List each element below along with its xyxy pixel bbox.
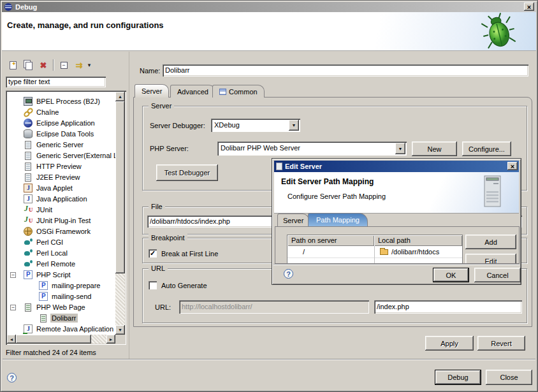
php-script-icon [24,270,33,279]
cancel-button[interactable]: Cancel [474,268,521,282]
bug-icon [479,10,518,52]
path-mapping-table[interactable]: Path on server Local path / /dolibarr/ht… [287,235,463,264]
chain-icon [24,108,33,117]
scroll-right-button[interactable]: ► [106,335,115,344]
scrollbar-corner [115,335,125,344]
auto-generate-checkbox[interactable] [149,281,157,289]
collapse-all-button[interactable]: − [57,59,71,71]
tree-item-http-preview[interactable]: HTTP Preview [7,161,115,172]
tree-item-junit-plugin-test[interactable]: JUnit Plug-in Test [7,215,115,226]
tree-item-mailing-prepare[interactable]: mailing-prepare [7,280,115,291]
help-button[interactable]: ? [7,373,17,382]
dialog-titlebar[interactable]: Edit Server × [274,161,519,172]
tree-item-java-application[interactable]: Java Application [7,194,115,205]
filter-input[interactable]: type filter text [6,76,106,87]
tab-server[interactable]: Server [134,84,169,98]
perl-camel-icon [24,238,33,247]
panel-divider[interactable] [129,52,129,359]
table-row[interactable]: /dolibarr/htdocs [375,246,462,258]
new-config-icon: ✦ [10,61,17,69]
close-button[interactable]: Close [486,370,532,385]
tab-common[interactable]: Common [212,85,265,98]
junit-icon [24,205,33,214]
perl-camel-icon [24,259,33,268]
php-server-select[interactable]: Dolibarr PHP Web Server ▼ [217,142,407,156]
column-header-local-path[interactable]: Local path [374,235,462,246]
tree-item-remote-java-application[interactable]: Remote Java Application [7,324,115,335]
tree-item-mailing-send[interactable]: mailing-send [7,291,115,302]
apply-button: Apply [425,336,474,351]
horizontal-scroll-thumb[interactable] [16,335,91,344]
url-path-value: /index.php [377,303,409,310]
column-header-path-on-server[interactable]: Path on server [287,235,374,246]
scroll-left-button[interactable]: ◄ [7,335,16,344]
name-field[interactable]: Dolibarr [163,64,528,76]
url-path-field[interactable]: /index.php [374,300,522,314]
scroll-down-button[interactable]: ▼ [115,325,125,335]
tree-item-java-applet[interactable]: Java Applet [7,183,115,194]
filter-icon: ⇉ [76,61,83,70]
combo-arrow-icon[interactable]: ▼ [395,143,405,154]
tree-item-eclipse-application[interactable]: Eclipse Application [7,118,115,129]
toolbar-separator [53,59,54,71]
tree-item-generic-server[interactable]: Generic Server [7,140,115,150]
scroll-right-icon: ► [109,337,113,342]
tree-item-bpel-process[interactable]: BPEL Process (B2J) [7,96,115,107]
server-icon [25,173,31,182]
tree-item-osgi-framework[interactable]: OSGi Framework [7,226,115,237]
break-first-line-checkbox[interactable]: ✓ [149,249,157,258]
filter-button[interactable]: ⇉ [72,59,86,71]
footer-separator [3,359,535,360]
new-sparkle-icon: ✦ [11,61,17,67]
vertical-scroll-thumb[interactable] [115,101,125,273]
tree-item-php-script[interactable]: −PHP Script [7,270,115,280]
tree-item-generic-server-external[interactable]: Generic Server(External La [7,150,115,161]
tree-item-php-web-page[interactable]: −PHP Web Page [7,302,115,313]
collapse-toggle-icon[interactable]: − [10,272,16,278]
tree-item-junit[interactable]: JUnit [7,205,115,215]
server-group-title: Server [149,102,174,110]
delete-configuration-button[interactable]: ✖ [36,59,50,71]
dialog-tab-server[interactable]: Server [277,214,309,226]
duplicate-configuration-button[interactable] [21,59,35,71]
filter-match-status: Filter matched 24 of 24 items [6,349,96,356]
table-row[interactable]: / [287,246,374,258]
combo-arrow-icon[interactable]: ▼ [289,120,299,131]
collapse-toggle-icon[interactable]: − [10,305,16,310]
dialog-banner: Create, manage, and run configurations [2,12,536,51]
dialog-heading: Edit Server Path Mapping [281,177,374,186]
help-icon: ? [286,270,291,278]
window-titlebar[interactable]: Debug × [2,2,536,12]
scroll-up-button[interactable]: ▲ [115,92,125,101]
tree-item-j2ee-preview[interactable]: J2EE Preview [7,172,115,183]
server-debugger-select[interactable]: XDebug ▼ [211,119,300,132]
dialog-help-button[interactable]: ? [284,269,293,279]
tree-item-dolibarr[interactable]: Dolibarr [7,313,115,324]
tab-advanced[interactable]: Advanced [170,85,215,98]
tree-item-perl-local[interactable]: Perl Local [7,248,115,259]
ok-button[interactable]: OK [433,268,469,282]
configure-server-button[interactable]: Configure... [462,142,511,156]
new-server-button[interactable]: New [412,142,457,156]
tree-item-chaine[interactable]: Chaîne [7,107,115,118]
dialog-close-button[interactable]: × [507,162,518,170]
window-close-button[interactable]: × [524,3,534,11]
php-web-server-icon [40,314,47,323]
break-first-line-label: Break at First Line [161,250,218,258]
debug-button[interactable]: Debug [435,370,481,385]
dialog-footer: ? OK Cancel [273,264,520,284]
junit-plugin-icon [24,216,33,225]
php-server-value: Dolibarr PHP Web Server [221,144,300,152]
file-field-value: /dolibarr/htdocs/index.php [150,217,230,225]
add-mapping-button[interactable]: Add [465,235,516,249]
edit-server-dialog: Edit Server × Edit Server Path Mapping C… [272,158,521,285]
dialog-tab-path-mapping[interactable]: Path Mapping [308,213,368,226]
revert-button: Revert [477,336,525,351]
delete-icon: ✖ [40,61,47,70]
toolbar-menu-button[interactable]: ▾ [85,59,94,71]
new-configuration-button[interactable]: ✦ [6,59,20,71]
tree-item-eclipse-data-tools[interactable]: Eclipse Data Tools [7,129,115,140]
tree-item-perl-cgi[interactable]: Perl CGI [7,237,115,248]
auto-generate-label: Auto Generate [161,282,207,289]
tree-item-perl-remote[interactable]: Perl Remote [7,259,115,270]
